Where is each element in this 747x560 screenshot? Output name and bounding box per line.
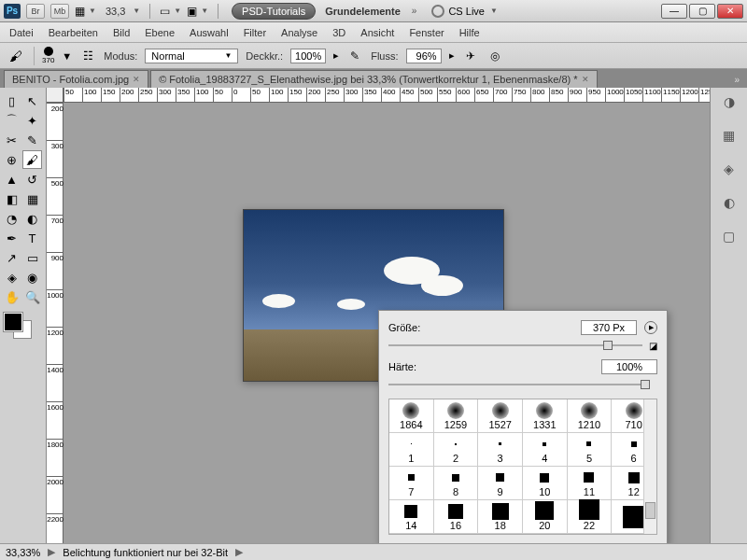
- swatches-panel-icon[interactable]: ▦: [719, 127, 740, 144]
- close-icon[interactable]: ✕: [582, 75, 589, 84]
- brush-preset[interactable]: 18: [478, 500, 523, 534]
- brush-preset[interactable]: 4: [523, 433, 568, 467]
- chevron-right-icon[interactable]: ▶: [48, 546, 55, 558]
- path-select-tool[interactable]: ↗: [2, 248, 21, 267]
- tablet-pressure-icon[interactable]: ◎: [486, 48, 503, 64]
- brush-preset[interactable]: 10: [523, 467, 568, 500]
- brush-size-input[interactable]: 370 Px: [581, 320, 637, 335]
- menu-datei[interactable]: Datei: [9, 27, 34, 38]
- brush-preset[interactable]: 1331: [523, 399, 568, 433]
- shape-tool[interactable]: ▭: [22, 248, 42, 267]
- scrollbar[interactable]: [643, 399, 656, 534]
- dodge-tool[interactable]: ◐: [22, 209, 42, 228]
- pen-tool[interactable]: ✒: [2, 229, 21, 247]
- arrange-dropdown[interactable]: ▭▼: [160, 5, 181, 18]
- flyout-icon[interactable]: ▶: [644, 321, 657, 334]
- workspace-main[interactable]: PSD-Tutorials: [232, 3, 316, 20]
- minibridge-button[interactable]: Mb: [50, 4, 69, 19]
- brush-preset[interactable]: 7: [389, 467, 434, 500]
- eyedropper-tool[interactable]: ✎: [22, 131, 42, 149]
- menu-hilfe[interactable]: Hilfe: [459, 27, 480, 38]
- hardness-slider[interactable]: [388, 378, 657, 391]
- ruler-corner[interactable]: [47, 88, 63, 103]
- menu-bild[interactable]: Bild: [113, 27, 130, 38]
- menu-ebene[interactable]: Ebene: [145, 27, 175, 38]
- menu-auswahl[interactable]: Auswahl: [190, 27, 229, 38]
- flow-input[interactable]: 96%: [406, 49, 442, 63]
- brush-preset[interactable]: 11: [568, 467, 613, 500]
- type-tool[interactable]: T: [22, 229, 42, 247]
- brush-preset[interactable]: 1259: [434, 399, 479, 433]
- maximize-button[interactable]: ▢: [689, 4, 715, 19]
- brush-preset[interactable]: 16: [434, 500, 479, 534]
- crop-tool[interactable]: ✂: [2, 131, 21, 149]
- stamp-tool[interactable]: ▲: [2, 170, 21, 189]
- brush-preset[interactable]: 1: [389, 433, 434, 467]
- minimize-button[interactable]: —: [661, 4, 687, 19]
- 3d-camera-tool[interactable]: ◉: [22, 268, 42, 287]
- document-tab[interactable]: © Fotolia_19883727_S_Elenathewise.jpg be…: [150, 70, 597, 88]
- status-zoom[interactable]: 33,33%: [6, 547, 40, 558]
- brush-preset[interactable]: 2: [434, 433, 479, 467]
- color-swatches[interactable]: [4, 313, 43, 341]
- adjustments-panel-icon[interactable]: ◐: [719, 194, 740, 211]
- marquee-tool[interactable]: ↖: [22, 91, 42, 110]
- move-tool[interactable]: ▯: [2, 91, 21, 110]
- menu-ansicht[interactable]: Ansicht: [360, 27, 394, 38]
- close-icon[interactable]: ✕: [133, 75, 140, 84]
- current-tool-icon[interactable]: 🖌: [6, 48, 26, 64]
- layers-panel-icon[interactable]: ◈: [719, 161, 740, 177]
- masks-panel-icon[interactable]: ▢: [719, 228, 740, 245]
- zoom-value[interactable]: 33,3: [106, 6, 125, 17]
- view-extras-dropdown[interactable]: ▦▼: [75, 5, 96, 18]
- chevron-right-icon[interactable]: ▶: [235, 546, 243, 558]
- close-button[interactable]: ✕: [717, 4, 743, 19]
- opacity-pressure-icon[interactable]: ✎: [346, 48, 363, 64]
- menu-3d[interactable]: 3D: [332, 27, 345, 38]
- color-panel-icon[interactable]: ◑: [719, 93, 740, 110]
- ruler-horizontal[interactable]: 5010015020025030035010050050100150200250…: [63, 88, 710, 103]
- document-tab[interactable]: BENITO - Fotolia.com.jpg✕: [4, 70, 148, 88]
- tab-overflow[interactable]: »: [726, 72, 747, 88]
- healing-tool[interactable]: ⊕: [2, 150, 21, 169]
- brush-hardness-input[interactable]: 100%: [601, 359, 657, 374]
- gradient-tool[interactable]: ▦: [22, 189, 42, 208]
- menu-bearbeiten[interactable]: Bearbeiten: [49, 27, 98, 38]
- eraser-tool[interactable]: ◧: [2, 189, 21, 208]
- blend-mode-dropdown[interactable]: Normal▼: [145, 49, 238, 63]
- brush-preset[interactable]: 5: [568, 433, 613, 467]
- bridge-button[interactable]: Br: [26, 4, 45, 19]
- zoom-tool[interactable]: 🔍: [22, 287, 42, 306]
- menu-filter[interactable]: Filter: [244, 27, 266, 38]
- brush-preset[interactable]: 20: [523, 500, 568, 534]
- brush-preset-picker[interactable]: 370: [42, 47, 54, 64]
- ruler-vertical[interactable]: 2003005007009001000120014001600180020002…: [47, 103, 63, 543]
- magic-wand-tool[interactable]: ✦: [22, 111, 42, 130]
- brush-panel-toggle[interactable]: ☷: [79, 48, 96, 64]
- brush-preset[interactable]: 22: [568, 500, 613, 534]
- new-preset-icon[interactable]: ◪: [649, 341, 657, 351]
- history-brush-tool[interactable]: ↺: [22, 170, 42, 189]
- lasso-tool[interactable]: ⌒: [2, 111, 21, 130]
- opacity-input[interactable]: 100%: [290, 49, 326, 63]
- hand-tool[interactable]: ✋: [2, 287, 21, 306]
- screen-mode-dropdown[interactable]: ▣▼: [187, 5, 208, 18]
- 3d-tool[interactable]: ◈: [2, 268, 21, 287]
- brush-preset[interactable]: 3: [478, 433, 523, 467]
- airbrush-icon[interactable]: ✈: [462, 48, 479, 64]
- brush-preset[interactable]: 8: [434, 467, 479, 500]
- brush-preset[interactable]: 1527: [478, 399, 523, 433]
- blur-tool[interactable]: ◔: [2, 209, 21, 228]
- brush-preset[interactable]: 14: [389, 500, 434, 534]
- brush-preset[interactable]: 9: [478, 467, 523, 500]
- menu-analyse[interactable]: Analyse: [281, 27, 317, 38]
- brush-tool[interactable]: 🖌: [22, 150, 42, 169]
- size-slider[interactable]: ◪: [388, 339, 657, 352]
- brush-preset[interactable]: 1210: [568, 399, 613, 433]
- cs-live[interactable]: CS Live ▼: [431, 5, 497, 18]
- workspace-sub[interactable]: Grundelemente: [325, 6, 401, 17]
- foreground-color[interactable]: [4, 313, 22, 331]
- workspace-more-icon[interactable]: »: [412, 6, 417, 16]
- brush-preset[interactable]: 1864: [389, 399, 434, 433]
- menu-fenster[interactable]: Fenster: [409, 27, 444, 38]
